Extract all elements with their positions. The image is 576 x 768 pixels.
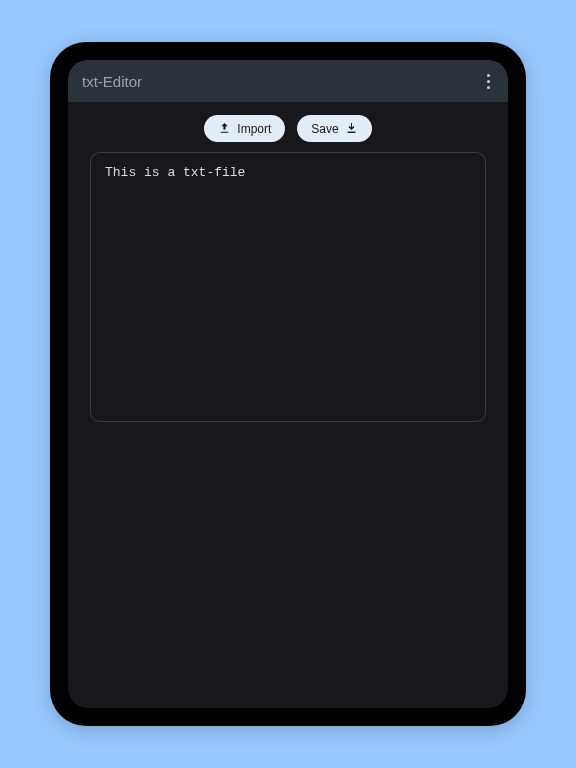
menu-overflow-icon[interactable]: [483, 70, 494, 93]
import-button[interactable]: Import: [204, 115, 285, 142]
text-editor[interactable]: [90, 152, 486, 422]
import-button-label: Import: [237, 122, 271, 136]
save-button[interactable]: Save: [297, 115, 371, 142]
app-title: txt-Editor: [82, 73, 142, 90]
tablet-frame: txt-Editor Import Save: [50, 42, 526, 726]
toolbar: Import Save: [68, 102, 508, 152]
titlebar: txt-Editor: [68, 60, 508, 102]
app-screen: txt-Editor Import Save: [68, 60, 508, 708]
download-icon: [345, 122, 358, 135]
editor-container: [68, 152, 508, 426]
upload-icon: [218, 122, 231, 135]
save-button-label: Save: [311, 122, 338, 136]
